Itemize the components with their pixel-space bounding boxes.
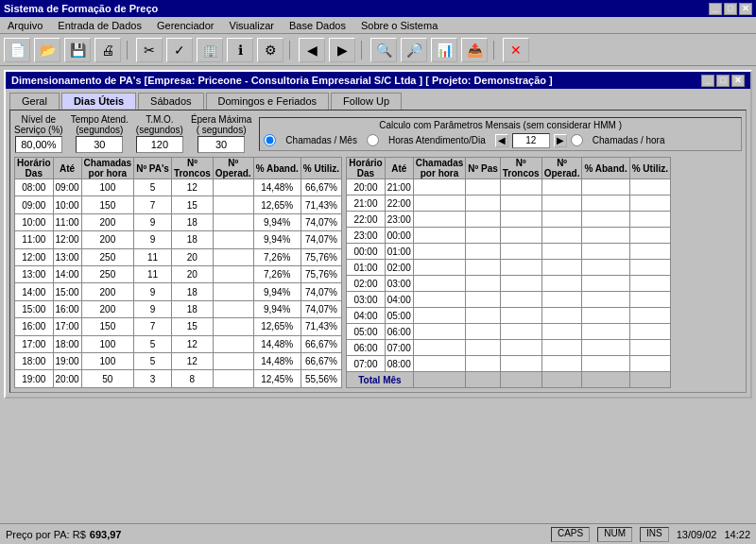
left-table-row: 08:0009:0010051214,48%66,67% — [15, 179, 342, 196]
total-row: Total Mês — [347, 372, 671, 388]
calculo-decrement-btn[interactable]: ◀ — [495, 134, 508, 147]
search-button[interactable]: 🔍 — [370, 38, 397, 62]
nivel-servico-group: Nível deServiço (%) — [14, 114, 63, 153]
right-cell-2-4 — [500, 212, 541, 228]
cut-button[interactable]: ✂ — [136, 38, 163, 62]
right-cell-10-3 — [466, 340, 500, 356]
tab-followup[interactable]: Follow Up — [331, 93, 402, 110]
left-cell-5-4: 20 — [171, 266, 213, 283]
top-controls: Nível deServiço (%) Tempo Atend.(segundo… — [14, 114, 742, 153]
right-table-row: 21:0022:00 — [347, 196, 671, 212]
main-close-btn[interactable]: ✕ — [731, 75, 745, 87]
tempo-input[interactable] — [76, 136, 123, 153]
time-display: 14:22 — [724, 529, 750, 540]
calculo-radio-horas[interactable] — [367, 134, 379, 146]
epera-input[interactable] — [198, 136, 245, 153]
export-button[interactable]: 📤 — [461, 38, 488, 62]
right-cell-9-1: 06:00 — [385, 324, 413, 340]
report-button[interactable]: 📊 — [431, 38, 457, 62]
left-cell-2-7: 74,07% — [301, 213, 341, 230]
tmo-input[interactable] — [136, 136, 183, 153]
col-chamadas: Chamadaspor hora — [81, 158, 134, 179]
menu-arquivo[interactable]: Arquivo — [4, 20, 46, 31]
right-cell-2-1: 23:00 — [385, 212, 413, 228]
menu-visualizar[interactable]: Visualizar — [226, 20, 279, 31]
menu-sobre[interactable]: Sobre o Sistema — [357, 20, 441, 31]
right-cell-8-2 — [413, 308, 466, 324]
left-cell-0-2: 100 — [81, 179, 134, 196]
info-button[interactable]: ℹ — [227, 38, 253, 62]
tempo-label: Tempo Atend.(segundos) — [71, 114, 129, 135]
new-button[interactable]: 📄 — [4, 38, 30, 62]
right-cell-3-1: 00:00 — [385, 228, 413, 244]
right-cell-6-1: 03:00 — [385, 276, 413, 292]
right-cell-6-3 — [466, 276, 500, 292]
right-arrow-button[interactable]: ▶ — [329, 38, 355, 62]
tab-domingos[interactable]: Domingos e Feriados — [206, 93, 330, 110]
right-cell-4-3 — [466, 244, 500, 260]
close-btn[interactable]: ✕ — [739, 3, 752, 15]
left-arrow-button[interactable]: ◀ — [299, 38, 325, 62]
left-cell-4-7: 75,76% — [301, 248, 341, 265]
right-cell-1-6 — [582, 196, 629, 212]
zoom-in-button[interactable]: 🔎 — [401, 38, 427, 62]
menu-base-dados[interactable]: Base Dados — [285, 20, 350, 31]
tab-geral[interactable]: Geral — [9, 93, 60, 110]
left-cell-6-0: 14:00 — [15, 283, 54, 300]
menu-bar: Arquivo Entrada de Dados Gerenciador Vis… — [0, 17, 756, 34]
left-cell-10-1: 19:00 — [53, 353, 81, 370]
left-cell-3-2: 200 — [81, 231, 134, 248]
building-button[interactable]: 🏢 — [197, 38, 223, 62]
left-cell-9-2: 100 — [81, 335, 134, 352]
exit-button[interactable]: ✕ — [503, 38, 529, 62]
col-aband: % Aband. — [253, 158, 301, 179]
right-cell-3-0: 23:00 — [347, 228, 386, 244]
tabs-container: Geral Dias Úteis Sábados Domingos e Feri… — [6, 89, 750, 110]
left-cell-0-0: 08:00 — [15, 179, 54, 196]
left-cell-5-2: 250 — [81, 266, 134, 283]
left-cell-10-2: 100 — [81, 353, 134, 370]
main-maximize-btn[interactable]: □ — [716, 75, 730, 87]
calculo-value-input[interactable] — [512, 133, 550, 148]
right-table-row: 07:0008:00 — [347, 356, 671, 372]
maximize-btn[interactable]: □ — [724, 3, 737, 15]
left-cell-9-4: 12 — [171, 335, 213, 352]
right-cell-2-3 — [466, 212, 500, 228]
right-cell-0-5 — [541, 179, 582, 196]
check-button[interactable]: ✓ — [166, 38, 193, 62]
tab-sabados[interactable]: Sábados — [138, 93, 203, 110]
total-utiliz — [629, 372, 670, 388]
left-cell-0-3: 5 — [134, 179, 172, 196]
minimize-btn[interactable]: _ — [709, 3, 722, 15]
calculo-increment-btn[interactable]: ▶ — [554, 134, 567, 147]
main-minimize-btn[interactable]: _ — [701, 75, 714, 87]
calculo-label-horas: Horas Atendimento/Dia — [383, 135, 491, 145]
nivel-input[interactable] — [15, 136, 62, 153]
calculo-radio-chamadas-mes[interactable] — [264, 134, 276, 146]
calculo-radio-chamadas-hora[interactable] — [571, 134, 583, 146]
right-cell-10-7 — [629, 340, 670, 356]
right-cell-6-7 — [629, 276, 670, 292]
right-cell-9-2 — [413, 324, 466, 340]
open-button[interactable]: 📂 — [34, 38, 60, 62]
left-table-row: 12:0013:0025011207,26%75,76% — [15, 248, 342, 265]
left-cell-4-5 — [213, 248, 253, 265]
left-table-row: 10:0011:002009189,94%74,07% — [15, 213, 342, 230]
right-cell-5-7 — [629, 260, 670, 276]
right-cell-5-2 — [413, 260, 466, 276]
left-cell-1-1: 10:00 — [53, 196, 81, 213]
right-cell-1-1: 22:00 — [385, 196, 413, 212]
right-cell-2-5 — [541, 212, 582, 228]
left-cell-9-5 — [213, 335, 253, 352]
tab-dias-uteis[interactable]: Dias Úteis — [61, 93, 136, 110]
menu-entrada[interactable]: Entrada de Dados — [54, 20, 146, 31]
left-cell-4-3: 11 — [134, 248, 172, 265]
settings-button[interactable]: ⚙ — [257, 38, 284, 62]
separator-4 — [493, 41, 497, 60]
menu-gerenciador[interactable]: Gerenciador — [153, 20, 218, 31]
left-cell-3-4: 18 — [171, 231, 213, 248]
print-button[interactable]: 🖨 — [94, 38, 121, 62]
save-button[interactable]: 💾 — [64, 38, 91, 62]
left-cell-6-3: 9 — [134, 283, 172, 300]
left-cell-6-7: 74,07% — [301, 283, 341, 300]
